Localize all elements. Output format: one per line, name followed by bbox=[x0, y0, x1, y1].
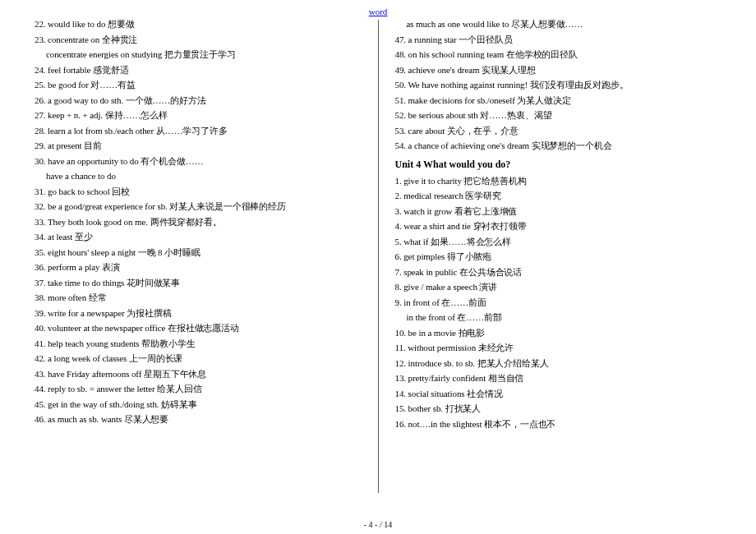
entry-sub: have a chance to do bbox=[35, 172, 370, 181]
entry-sub: in the front of 在……前部 bbox=[395, 313, 731, 322]
entry: 12. introduce sb. to sb. 把某人介绍给某人 bbox=[395, 359, 731, 368]
entry: 54. a chance of achieving one's dream 实现… bbox=[395, 141, 731, 150]
entry: 40. volunteer at the newspaper office 在报… bbox=[35, 324, 370, 333]
entry: 36. perform a play 表演 bbox=[35, 263, 370, 272]
unit-title: Unit 4 What would you do? bbox=[395, 159, 731, 171]
entry: 37. take time to do things 花时间做某事 bbox=[35, 279, 370, 288]
content-area: 22. would like to do 想要做 23. concentrate… bbox=[0, 0, 756, 509]
entry: 4. wear a shirt and tie 穿衬衣打领带 bbox=[395, 222, 731, 231]
entry: 39. write for a newspaper 为报社撰稿 bbox=[35, 309, 370, 318]
entry: 15. bother sb. 打扰某人 bbox=[395, 404, 731, 413]
entry-sub: concentrate energies on studying 把力量贯注于学… bbox=[35, 50, 370, 59]
entry: 50. We have nothing against running! 我们没… bbox=[395, 81, 731, 90]
entry: 25. be good for 对……有益 bbox=[35, 81, 370, 90]
entry: 43. have Friday afternoons off 星期五下午休息 bbox=[35, 370, 370, 379]
entry: 8. give / make a speech 演讲 bbox=[395, 283, 731, 292]
right-column: as much as one would like to 尽某人想要做…… 47… bbox=[379, 20, 731, 493]
entry: 9. in front of 在……前面 bbox=[395, 298, 731, 307]
entry: 34. at least 至少 bbox=[35, 232, 370, 242]
entry: 22. would like to do 想要做 bbox=[35, 20, 370, 29]
entry: 16. not….in the slightest 根本不，一点也不 bbox=[395, 420, 731, 429]
entry: 11. without permission 未经允许 bbox=[395, 343, 731, 352]
entry: 52. be serious about sth 对……热衷、渴望 bbox=[395, 111, 731, 120]
entry: 5. what if 如果……将会怎么样 bbox=[395, 237, 731, 246]
entry: 13. pretty/fairly confident 相当自信 bbox=[395, 374, 731, 383]
entry: 46. as much as sb. wants 尽某人想要 bbox=[35, 415, 370, 424]
entry: 27. keep + n. + adj. 保持……怎么样 bbox=[35, 111, 370, 120]
entry: 3. watch it grow 看着它上涨增值 bbox=[395, 207, 731, 216]
entry: 23. concentrate on 全神贯注 bbox=[35, 35, 370, 44]
entry: 51. make decisions for sb./oneself 为某人做决… bbox=[395, 96, 731, 105]
entry: 38. more often 经常 bbox=[35, 293, 370, 302]
entry: 10. be in a movie 拍电影 bbox=[395, 329, 731, 338]
entry: 26. a good way to do sth. 一个做……的好方法 bbox=[35, 96, 370, 105]
entry: 7. speak in public 在公共场合说话 bbox=[395, 268, 731, 277]
entry: 42. a long week of classes 上一周的长课 bbox=[35, 354, 370, 363]
entry: 53. care about 关心，在乎，介意 bbox=[395, 127, 731, 136]
entry: 24. feel fortable 感觉舒适 bbox=[35, 66, 370, 75]
entry: 30. have an opportunity to do 有个机会做…… bbox=[35, 157, 370, 166]
entry: 32. be a good/great experience for sb. 对… bbox=[35, 202, 370, 211]
entry: 45. get in the way of sth./doing sth. 妨碍… bbox=[35, 400, 370, 409]
entry: 6. get pimples 得了小脓疱 bbox=[395, 252, 731, 261]
entry-sub: as much as one would like to 尽某人想要做…… bbox=[395, 20, 731, 29]
entry: 29. at present 目前 bbox=[35, 141, 370, 150]
entry: 44. reply to sb. = answer the letter 给某人… bbox=[35, 384, 370, 394]
page-number: - 4 - / 14 bbox=[364, 520, 392, 529]
entry: 41. help teach young students 帮助教小学生 bbox=[35, 339, 370, 348]
entry: 47. a running star 一个田径队员 bbox=[395, 35, 731, 44]
entry: 14. social situations 社会情况 bbox=[395, 389, 731, 398]
entry: 35. eight hours' sleep a night 一晚 8 小时睡眠 bbox=[35, 248, 370, 257]
entry: 28. learn a lot from sb./each other 从……学… bbox=[35, 127, 370, 136]
entry: 1. give it to charity 把它给慈善机构 bbox=[395, 177, 731, 186]
entry: 49. achieve one's dream 实现某人理想 bbox=[395, 66, 731, 75]
entry: 31. go back to school 回校 bbox=[35, 187, 370, 196]
header-link[interactable]: word bbox=[369, 7, 388, 16]
entry: 2. medical research 医学研究 bbox=[395, 191, 731, 200]
entry: 48. on his school running team 在他学校的田径队 bbox=[395, 50, 731, 59]
entry: 33. They both look good on me. 两件我穿都好看。 bbox=[35, 218, 370, 227]
left-column: 22. would like to do 想要做 23. concentrate… bbox=[35, 20, 378, 493]
